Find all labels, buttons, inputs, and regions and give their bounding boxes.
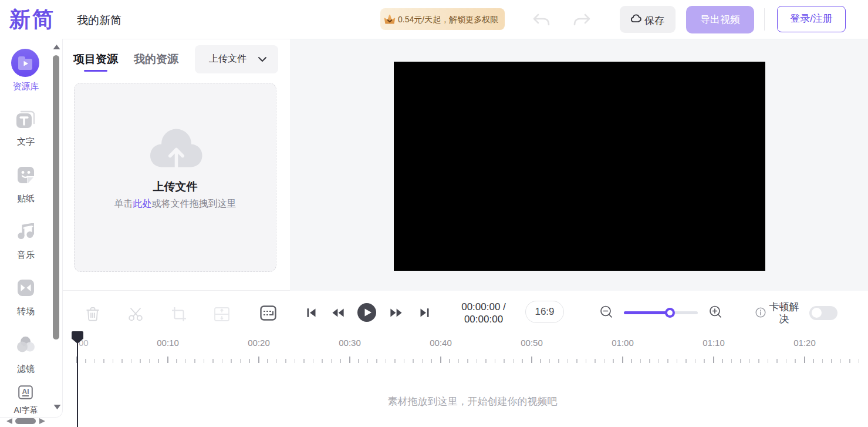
svg-text:AI: AI [22, 388, 29, 396]
